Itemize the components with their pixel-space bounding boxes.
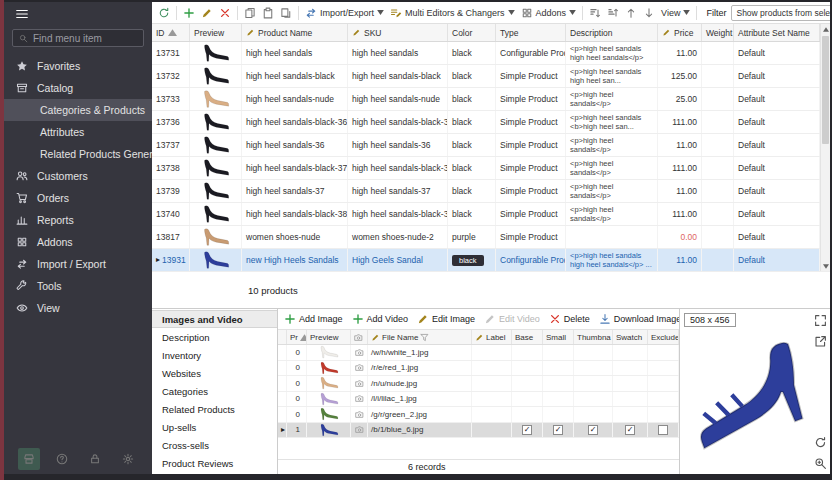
open-external-button[interactable] xyxy=(813,334,827,348)
download-image-button[interactable]: Download Image xyxy=(599,313,679,325)
toolbar-row-up-button[interactable] xyxy=(623,4,639,21)
hamburger-menu-button[interactable] xyxy=(15,7,29,23)
tab-product-reviews[interactable]: Product Reviews xyxy=(152,454,277,472)
product-row[interactable]: 13738high heel sandals-black-37high heel… xyxy=(152,157,820,180)
image-row[interactable]: 0/w/h/white_1.jpg xyxy=(278,345,679,361)
multi-edit-icon xyxy=(390,7,402,19)
image-row[interactable]: 0/l/i/lilac_1.jpg xyxy=(278,392,679,408)
product-row[interactable]: 13733high heel sandals-nudehigh heel san… xyxy=(152,88,820,111)
tab-inventory[interactable]: Inventory xyxy=(152,346,277,364)
column-header-price[interactable]: Price xyxy=(658,24,702,41)
menu-button-addons[interactable]: Addons xyxy=(519,4,579,21)
delete-button[interactable]: Delete xyxy=(549,313,590,325)
sidebar-item-favorites[interactable]: Favorites xyxy=(4,55,152,77)
menu-button-multi-editors-changers[interactable]: Multi Editors & Changers xyxy=(388,4,517,21)
column-header-swatch[interactable]: Swatch xyxy=(613,330,648,344)
tab-cross-sells[interactable]: Cross-sells xyxy=(152,436,277,454)
vertical-scrollbar[interactable] xyxy=(820,24,830,271)
column-header-id[interactable]: ID xyxy=(152,24,190,41)
sidebar-item-related-products-generator[interactable]: Related Products Generator xyxy=(4,143,152,165)
tab-related-products[interactable]: Related Products xyxy=(152,400,277,418)
add-button[interactable] xyxy=(181,4,197,21)
product-row[interactable]: 13739high heel sandals-37high heel sanda… xyxy=(152,180,820,203)
column-header-color[interactable]: Color xyxy=(448,24,496,41)
sidebar-item-view[interactable]: View xyxy=(4,297,152,319)
column-header-base[interactable]: Base xyxy=(512,330,543,344)
menu-search-input[interactable]: Find menu item xyxy=(12,29,144,47)
base-checkbox[interactable] xyxy=(522,425,532,435)
exclude-checkbox[interactable] xyxy=(658,425,668,435)
expander-column-header[interactable] xyxy=(278,330,287,344)
add-image-button[interactable]: Add Image xyxy=(284,313,343,325)
refresh-preview-button[interactable] xyxy=(813,435,827,449)
help-button[interactable] xyxy=(51,448,73,470)
image-row[interactable]: 0/r/e/red_1.jpg xyxy=(278,361,679,377)
edit-image-button[interactable]: Edit Image xyxy=(417,313,475,325)
tab-up-sells[interactable]: Up-sells xyxy=(152,418,277,436)
toolbar-sort-asc-button[interactable] xyxy=(587,4,603,21)
sidebar-item-attributes[interactable]: Attributes xyxy=(4,121,152,143)
row-expander-icon[interactable]: ▸ xyxy=(156,256,160,264)
product-row[interactable]: 13731high heel sandalshigh heel sandalsb… xyxy=(152,42,820,65)
view-menu-button[interactable]: View xyxy=(659,4,692,21)
image-row[interactable]: 0/g/r/green_2.jpg xyxy=(278,407,679,423)
product-row[interactable]: 13740high heel sandals-black-38high heel… xyxy=(152,203,820,226)
sidebar-item-import-export[interactable]: Import / Export xyxy=(4,253,152,275)
product-row[interactable]: ▸13931new High Heels SandalsHigh Geels S… xyxy=(152,249,820,272)
column-header-camera[interactable] xyxy=(351,330,368,344)
column-header-attribute-set-name[interactable]: Attribute Set Name xyxy=(734,24,820,41)
column-header-sku[interactable]: SKU xyxy=(348,24,448,41)
tab-websites[interactable]: Websites xyxy=(152,364,277,382)
product-row[interactable]: 13737high heel sandals-36high heel sanda… xyxy=(152,134,820,157)
zoom-preview-button[interactable] xyxy=(813,456,827,470)
scrollbar-thumb[interactable] xyxy=(822,36,829,144)
image-row[interactable]: 0/n/u/nude.jpg xyxy=(278,376,679,392)
tab-categories[interactable]: Categories xyxy=(152,382,277,400)
column-header-priority[interactable]: Pr xyxy=(287,330,307,344)
column-header-exclude[interactable]: Exclude xyxy=(648,330,679,344)
swatch-checkbox[interactable] xyxy=(625,425,635,435)
column-header-file-name[interactable]: File Name xyxy=(368,330,472,344)
store-button[interactable] xyxy=(18,448,40,470)
tab-images-and-video[interactable]: Images and Video xyxy=(152,310,277,328)
column-header-weight[interactable]: Weight xyxy=(702,24,734,41)
duplicate-button[interactable] xyxy=(278,4,294,21)
column-header-thumbnail[interactable]: Thumbna xyxy=(574,330,613,344)
add-video-button[interactable]: Add Video xyxy=(352,313,408,325)
column-header-preview[interactable]: Preview xyxy=(307,330,351,344)
product-row[interactable]: 13736high heel sandals-black-36high heel… xyxy=(152,111,820,134)
column-header-label[interactable]: Label xyxy=(472,330,512,344)
gear-button[interactable] xyxy=(117,448,139,470)
toolbar-sort-desc-button[interactable] xyxy=(605,4,621,21)
sidebar-item-catalog[interactable]: Catalog xyxy=(4,77,152,99)
refresh-button[interactable] xyxy=(156,4,172,21)
column-header-product-name[interactable]: Product Name xyxy=(242,24,348,41)
sidebar-item-addons[interactable]: Addons xyxy=(4,231,152,253)
sidebar-item-categories-products[interactable]: Categories & Products xyxy=(4,99,152,121)
sidebar-item-orders[interactable]: Orders xyxy=(4,187,152,209)
copy-button[interactable] xyxy=(242,4,258,21)
thumbnail-checkbox[interactable] xyxy=(588,425,598,435)
delete-button[interactable] xyxy=(217,4,233,21)
column-header-type[interactable]: Type xyxy=(496,24,566,41)
lock-button[interactable] xyxy=(84,448,106,470)
scroll-up-button[interactable] xyxy=(821,24,830,34)
product-row[interactable]: 13817women shoes-nudewomen shoes-nude-2p… xyxy=(152,226,820,249)
category-filter-select[interactable]: Show products from selected categories xyxy=(731,5,830,21)
sidebar-item-reports[interactable]: Reports xyxy=(4,209,152,231)
sidebar-item-customers[interactable]: Customers xyxy=(4,165,152,187)
column-header-preview[interactable]: Preview xyxy=(190,24,242,41)
scroll-down-button[interactable] xyxy=(821,261,830,271)
fullscreen-button[interactable] xyxy=(813,313,827,327)
menu-button-import-export[interactable]: Import/Export xyxy=(303,4,386,21)
column-header-small[interactable]: Small xyxy=(543,330,574,344)
paste-button[interactable] xyxy=(260,4,276,21)
edit-button[interactable] xyxy=(199,4,215,21)
product-row[interactable]: 13732high heel sandals-blackhigh heel sa… xyxy=(152,65,820,88)
column-header-description[interactable]: Description xyxy=(566,24,658,41)
tab-description[interactable]: Description xyxy=(152,328,277,346)
sidebar-item-tools[interactable]: Tools xyxy=(4,275,152,297)
image-row[interactable]: ▸1/b/1/blue_6.jpg xyxy=(278,423,679,439)
toolbar-row-down-button[interactable] xyxy=(641,4,657,21)
small-checkbox[interactable] xyxy=(553,425,563,435)
